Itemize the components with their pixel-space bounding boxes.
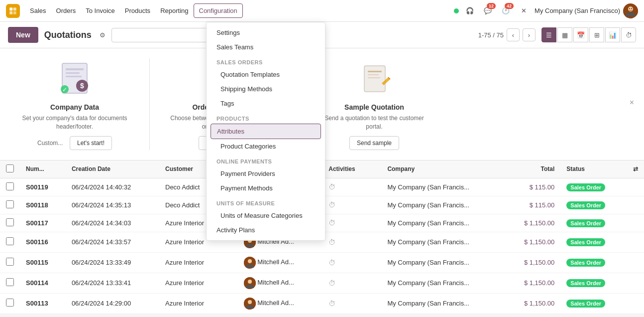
row-customer: Azure Interior — [159, 252, 238, 273]
messages-icon-btn[interactable]: 💬 12 — [481, 4, 495, 18]
menu-item[interactable]: Sales Teams — [207, 40, 325, 54]
nav-products[interactable]: Products — [120, 4, 155, 17]
price-value: $ 1,150.00 — [524, 259, 554, 266]
user-avatar — [623, 3, 638, 18]
col-header-company[interactable]: Company — [381, 160, 505, 178]
row-checkbox[interactable] — [6, 278, 14, 286]
menu-item[interactable]: Attributes — [211, 124, 321, 139]
activity-view-btn[interactable]: ⏱ — [621, 27, 636, 42]
company-selector[interactable]: My Company (San Francisco) — [535, 3, 638, 18]
menu-section-label: Products — [207, 111, 325, 124]
nav-sales[interactable]: Sales — [25, 4, 51, 17]
menu-item[interactable]: Tags — [207, 96, 325, 111]
row-date: 06/24/2024 14:35:13 — [66, 196, 159, 214]
col-header-activities[interactable]: Activities — [322, 160, 381, 178]
menu-item[interactable]: Payment Providers — [207, 166, 325, 181]
svg-text:✓: ✓ — [62, 86, 67, 93]
row-total: $ 1,150.00 — [505, 214, 560, 232]
row-total: $ 115.00 — [505, 196, 560, 214]
menu-item[interactable]: Units of Measure Categories — [207, 208, 325, 223]
menu-item[interactable]: Quotation Templates — [207, 67, 325, 82]
promo-card-company: $ ✓ Company Data Set your company's data… — [20, 58, 129, 150]
price-value: $ 1,150.00 — [524, 300, 554, 307]
menu-item[interactable]: Activity Plans — [207, 223, 325, 237]
price-value: $ 1,150.00 — [524, 279, 554, 287]
menu-item[interactable]: Product Categories — [207, 139, 325, 154]
graph-view-btn[interactable]: 📊 — [605, 27, 620, 42]
activity-clock-icon: ⏱ — [328, 238, 335, 246]
activity-clock-icon: ⏱ — [328, 201, 335, 209]
col-header-num[interactable]: Num... — [20, 160, 66, 178]
row-checkbox[interactable] — [6, 299, 14, 307]
settings-icon-btn[interactable]: ✕ — [517, 4, 531, 18]
col-header-status[interactable]: Status — [560, 160, 627, 178]
promo-title-company: Company Data — [20, 103, 129, 111]
row-total: $ 1,150.00 — [505, 293, 560, 314]
table-row[interactable]: S00114 06/24/2024 13:33:41 Azure Interio… — [0, 273, 644, 293]
row-status: Sales Order — [560, 273, 627, 293]
row-date: 06/24/2024 14:34:03 — [66, 214, 159, 232]
send-sample-button[interactable]: Send sample — [349, 136, 399, 150]
row-num: S00114 — [20, 273, 66, 293]
menu-item[interactable]: Payment Methods — [207, 181, 325, 195]
next-page-btn[interactable]: › — [523, 28, 536, 41]
col-header-date[interactable]: Creation Date — [66, 160, 159, 178]
nav-reporting[interactable]: Reporting — [155, 4, 193, 17]
row-customer: Azure Interior — [159, 273, 238, 293]
promo-divider-1 — [149, 58, 150, 150]
row-total: $ 1,150.00 — [505, 232, 560, 252]
row-checkbox[interactable] — [6, 218, 14, 226]
price-value: $ 115.00 — [530, 183, 555, 191]
app-logo[interactable] — [6, 4, 20, 18]
prev-page-btn[interactable]: ‹ — [507, 28, 520, 41]
row-salesperson: Mitchell Ad... — [238, 252, 323, 273]
new-button[interactable]: New — [8, 27, 38, 43]
avatar — [244, 257, 256, 269]
row-date: 06/24/2024 13:33:49 — [66, 252, 159, 273]
row-checkbox[interactable] — [6, 200, 14, 208]
menu-item[interactable]: Settings — [207, 25, 325, 40]
table-row[interactable]: S00113 06/24/2024 14:29:00 Azure Interio… — [0, 293, 644, 314]
nav-configuration[interactable]: Configuration — [194, 3, 243, 18]
table-row[interactable]: S00115 06/24/2024 13:33:49 Azure Interio… — [0, 252, 644, 273]
svg-rect-20 — [364, 66, 385, 92]
pivot-view-btn[interactable]: ⊞ — [589, 27, 604, 42]
calendar-view-btn[interactable]: 📅 — [573, 27, 588, 42]
row-checkbox[interactable] — [6, 258, 14, 266]
activities-badge: 42 — [505, 3, 514, 9]
row-company: My Company (San Francis... — [381, 214, 505, 232]
menu-item[interactable]: Shipping Methods — [207, 82, 325, 96]
activity-clock-icon: ⏱ — [328, 183, 335, 191]
row-company: My Company (San Francis... — [381, 232, 505, 252]
settings-gear-icon[interactable]: ⚙ — [100, 31, 106, 39]
row-num: S00117 — [20, 214, 66, 232]
status-dot — [454, 8, 459, 13]
promo-close-btn[interactable]: × — [630, 98, 634, 107]
lets-start-button[interactable]: Let's start! — [70, 136, 112, 150]
nav-to-invoice[interactable]: To Invoice — [81, 4, 120, 17]
promo-customize-label: Custom... — [37, 140, 63, 147]
svg-text:$: $ — [80, 82, 84, 90]
row-status: Sales Order — [560, 214, 627, 232]
promo-icon-sample — [354, 58, 394, 98]
nav-orders[interactable]: Orders — [51, 4, 81, 17]
kanban-view-btn[interactable]: ▦ — [557, 27, 572, 42]
row-checkbox[interactable] — [6, 182, 14, 190]
activities-icon-btn[interactable]: 🕐 42 — [499, 4, 513, 18]
config-menu-scroll: SettingsSales TeamsSales OrdersQuotation… — [207, 22, 325, 240]
col-header-options[interactable]: ⇄ — [627, 160, 644, 178]
row-total: $ 1,150.00 — [505, 273, 560, 293]
select-all-checkbox[interactable] — [6, 164, 14, 172]
support-icon-btn[interactable]: 🎧 — [463, 4, 477, 18]
row-status: Sales Order — [560, 252, 627, 273]
row-activities: ⏱ — [322, 273, 381, 293]
row-company: My Company (San Francis... — [381, 293, 505, 314]
row-num: S00115 — [20, 252, 66, 273]
list-view-btn[interactable]: ☰ — [541, 27, 556, 42]
row-company: My Company (San Francis... — [381, 273, 505, 293]
row-checkbox[interactable] — [6, 237, 14, 245]
col-header-total[interactable]: Total — [505, 160, 560, 178]
configuration-dropdown[interactable]: SettingsSales TeamsSales OrdersQuotation… — [206, 22, 325, 241]
svg-rect-21 — [368, 71, 382, 72]
activity-clock-icon: ⏱ — [328, 219, 335, 227]
